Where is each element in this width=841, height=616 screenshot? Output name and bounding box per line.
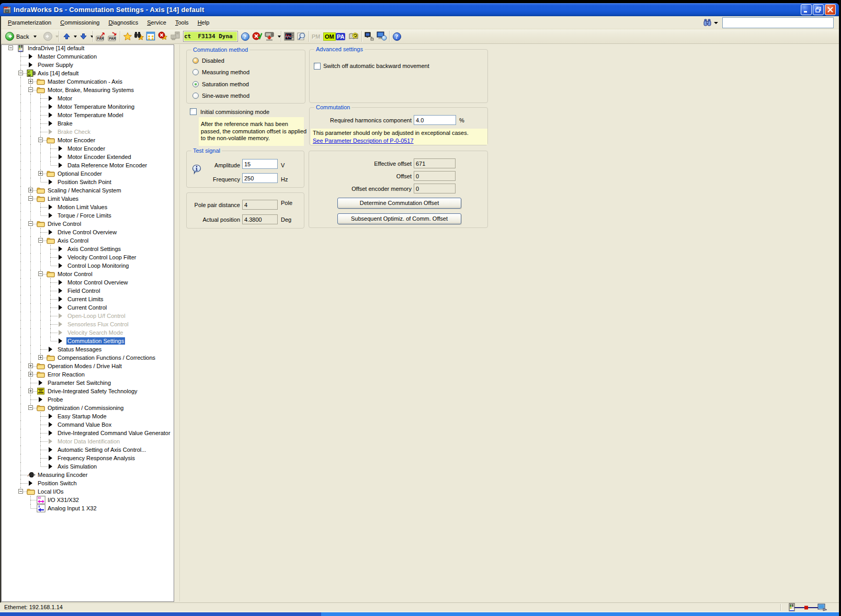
- collapse-icon[interactable]: [28, 221, 33, 226]
- collapse-icon[interactable]: [28, 87, 33, 92]
- collapse-icon[interactable]: [38, 138, 43, 142]
- tree-item-i-o-x31-x32[interactable]: IOI/O X31/X32: [2, 496, 174, 504]
- tree-item-motor-brake-measuring-systems[interactable]: Motor, Brake, Measuring Systems: [2, 86, 174, 94]
- tree-item-label[interactable]: Drive-Integrated Command Value Generator: [56, 429, 172, 437]
- tree-item-label[interactable]: Analog Input 1 X32: [47, 505, 98, 512]
- harmonics-input[interactable]: [414, 115, 456, 125]
- forward-button[interactable]: [43, 29, 59, 43]
- download-to-drive-button[interactable]: [264, 29, 281, 43]
- find-favorite-button[interactable]: [134, 29, 144, 43]
- tree-item-label[interactable]: Current Limits: [66, 295, 104, 303]
- tree-item-master-communication-axis[interactable]: Master Communication - Axis: [2, 77, 174, 86]
- project-navigator-button[interactable]: [365, 29, 374, 43]
- tree-item-label[interactable]: Sensorless Flux Control: [66, 321, 130, 328]
- menu-item-parameterization[interactable]: Parameterization: [8, 16, 51, 28]
- tree-item-label[interactable]: Drive-Integrated Safety Technology: [47, 387, 139, 395]
- tree-item-label[interactable]: Open-Loop U/f Control: [66, 312, 127, 320]
- tree-item-label[interactable]: Motor Encoder: [56, 136, 96, 144]
- tree-item-label[interactable]: Easy Startup Mode: [56, 413, 108, 420]
- tree-item-drive-control[interactable]: Drive Control: [2, 220, 174, 228]
- tree-item-optimization-commissioning[interactable]: Optimization / Commissioning: [2, 404, 174, 412]
- tree-item-motor[interactable]: Motor: [2, 94, 174, 102]
- tree-item-label[interactable]: Axis Control: [56, 237, 89, 244]
- amplitude-input[interactable]: [242, 159, 278, 169]
- tree-item-label[interactable]: Motor Control Overview: [66, 279, 129, 286]
- pa-mode-button[interactable]: PA: [336, 29, 345, 43]
- tree-item-label[interactable]: Torque / Force Limits: [56, 212, 112, 219]
- tree-item-label[interactable]: Axis Control Settings: [66, 245, 122, 253]
- tree-item-label[interactable]: Motor Encoder Extended: [66, 153, 132, 161]
- radio-disabled[interactable]: [192, 58, 199, 64]
- tree-item-current-limits[interactable]: Current Limits: [2, 295, 174, 303]
- parameter-search-button[interactable]: [296, 29, 306, 43]
- tree-item-label[interactable]: I/O X31/X32: [47, 496, 80, 504]
- expand-icon[interactable]: [38, 171, 43, 176]
- tree-item-position-switch[interactable]: Position Switch: [2, 479, 174, 487]
- parameter-export-button[interactable]: PAR: [96, 29, 106, 43]
- tree-item-drive-control-overview[interactable]: Drive Control Overview: [2, 228, 174, 236]
- tree-item-scaling-mechanical-system[interactable]: Scaling / Mechanical System: [2, 186, 174, 195]
- oscilloscope-button[interactable]: [284, 29, 294, 43]
- menu-item-diagnostics[interactable]: Diagnostics: [108, 16, 138, 28]
- tree-item-drive-integrated-safety-technology[interactable]: Drive-Integrated Safety Technology: [2, 387, 174, 395]
- tree-item-label[interactable]: Command Value Box: [56, 421, 112, 428]
- expand-icon[interactable]: [28, 188, 33, 192]
- backward-movement-checkbox[interactable]: [314, 63, 321, 70]
- tree-item-label[interactable]: Parameter Set Switching: [47, 379, 112, 386]
- tree-item-label[interactable]: Drive Control: [47, 220, 82, 227]
- tree-item-motion-limit-values[interactable]: Motion Limit Values: [2, 203, 174, 211]
- tree-item-label[interactable]: Position Switch Point: [56, 178, 112, 186]
- tree-item-label[interactable]: Local I/Os: [37, 488, 65, 495]
- tree-item-easy-startup-mode[interactable]: Easy Startup Mode: [2, 412, 174, 420]
- tree-item-optional-encoder[interactable]: Optional Encoder: [2, 169, 174, 178]
- menu-item-tools[interactable]: Tools: [175, 16, 189, 28]
- tree-item-velocity-search-mode[interactable]: Velocity Search Mode: [2, 328, 174, 337]
- tree-item-motor-control-overview[interactable]: Motor Control Overview: [2, 278, 174, 287]
- tree-item-velocity-control-loop-filter[interactable]: Velocity Control Loop Filter: [2, 253, 174, 261]
- tree-item-label[interactable]: Limit Values: [47, 195, 79, 202]
- tree-item-commutation-settings[interactable]: Commutation Settings: [2, 337, 174, 345]
- tree-item-master-communication[interactable]: Master Communication: [2, 52, 174, 61]
- tree-item-status-messages[interactable]: Status Messages: [2, 345, 174, 353]
- collapse-icon[interactable]: [38, 238, 43, 243]
- tree-item-motor-encoder-extended[interactable]: Motor Encoder Extended: [2, 153, 174, 161]
- help-button[interactable]: ?: [392, 29, 402, 43]
- tree-item-motor-temperature-monitoring[interactable]: Motor Temperature Monitoring: [2, 102, 174, 111]
- tree-item-probe[interactable]: Probe: [2, 395, 174, 404]
- web-help-button[interactable]: ?: [241, 29, 250, 43]
- tree-item-label[interactable]: Probe: [47, 396, 64, 403]
- back-button[interactable]: Back: [5, 29, 37, 43]
- expand-icon[interactable]: [28, 372, 33, 377]
- remove-favorite-button[interactable]: [158, 29, 168, 43]
- tree-item-error-reaction[interactable]: Error Reaction: [2, 370, 174, 379]
- determine-offset-button[interactable]: Determine Commutation Offset: [337, 198, 461, 209]
- tree-item-sensorless-flux-control[interactable]: Sensorless Flux Control: [2, 320, 174, 328]
- tree-item-label[interactable]: Velocity Search Mode: [66, 329, 124, 336]
- tree-item-axis-control[interactable]: Axis Control: [2, 236, 174, 245]
- tree-item-label[interactable]: Motor, Brake, Measuring Systems: [47, 86, 135, 94]
- collapse-icon[interactable]: [28, 196, 33, 201]
- tree-item-frequency-response-analysis[interactable]: Frequency Response Analysis: [2, 454, 174, 462]
- collapse-icon[interactable]: [38, 271, 43, 276]
- tree-item-label[interactable]: Master Communication - Axis: [47, 78, 123, 85]
- tree-item-control-loop-monitoring[interactable]: Control Loop Monitoring: [2, 261, 174, 270]
- expand-icon[interactable]: [28, 389, 33, 393]
- tree-item-power-supply[interactable]: Power Supply: [2, 61, 174, 69]
- tree-item-open-loop-u-f-control[interactable]: Open-Loop U/f Control: [2, 312, 174, 320]
- expand-icon[interactable]: [28, 363, 33, 368]
- frequency-input[interactable]: [242, 173, 278, 183]
- find-icon[interactable]: [703, 18, 712, 28]
- favorites-list-button[interactable]: [146, 29, 156, 43]
- navigate-down-button[interactable]: [79, 29, 94, 43]
- tree-item-label[interactable]: Motor Temperature Monitoring: [56, 103, 135, 110]
- tree-item-command-value-box[interactable]: Command Value Box: [2, 420, 174, 429]
- tree-item-label[interactable]: Motor: [56, 95, 73, 102]
- tree-item-indradrive-14-default[interactable]: IndraDrive [14] default: [2, 44, 174, 52]
- expand-icon[interactable]: [38, 355, 43, 360]
- tree-item-label[interactable]: IndraDrive [14] default: [27, 44, 85, 52]
- tree-item-label[interactable]: Power Supply: [37, 61, 74, 69]
- find-dropdown-icon[interactable]: [714, 22, 718, 24]
- subsequent-optimization-button[interactable]: Subsequent Optimiz. of Comm. Offset: [337, 213, 461, 224]
- tree-item-label[interactable]: Scaling / Mechanical System: [47, 187, 122, 194]
- tree-item-label[interactable]: Operation Modes / Drive Halt: [47, 362, 123, 370]
